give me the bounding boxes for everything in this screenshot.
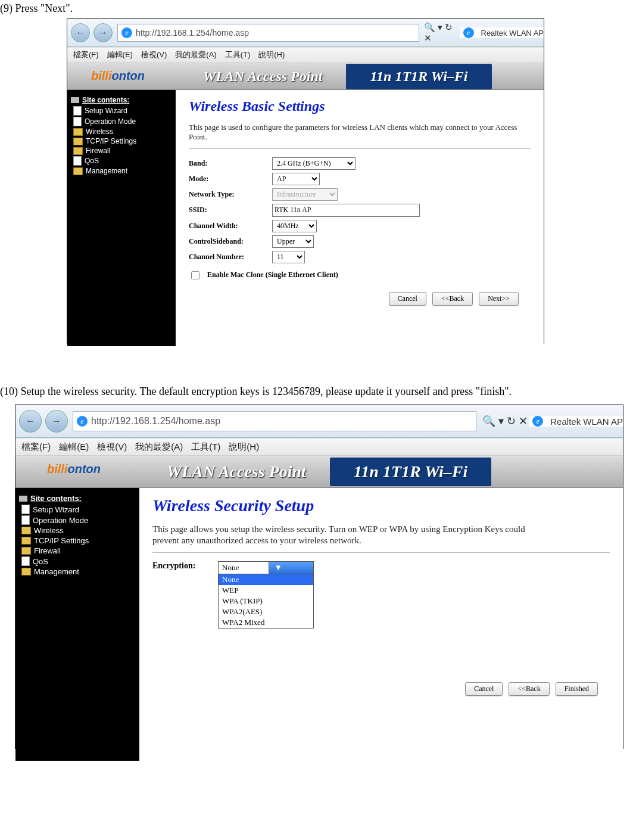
mac-clone-checkbox[interactable] [191, 271, 199, 279]
sidebar-item-operation-mode[interactable]: Operation Mode [71, 116, 172, 127]
sidebar-title: Site contents: [71, 96, 172, 104]
control-sideband-label: ControlSideband: [189, 237, 272, 246]
encryption-option[interactable]: None [219, 574, 313, 585]
control-sideband-select[interactable]: Upper [272, 235, 314, 248]
channel-number-select[interactable]: 11 [272, 251, 305, 263]
back-nav-icon[interactable]: ← [19, 410, 42, 433]
sidebar-tree: Setup Wizard Operation Mode Wireless TCP… [71, 105, 172, 176]
band-label: Band: [189, 159, 272, 168]
ie-icon: e [77, 416, 88, 427]
sidebar-item-wireless[interactable]: Wireless [71, 127, 172, 136]
sidebar-tree: Setup Wizard Operation Mode Wireless TCP… [19, 504, 136, 577]
sidebar-item-firewall[interactable]: Firewall [19, 546, 136, 556]
browser-toolbar-icons[interactable]: 🔍 ▾ ↻ ✕ [481, 415, 529, 428]
sidebar-item-firewall[interactable]: Firewall [71, 146, 172, 155]
encryption-select[interactable]: None▼ None WEP WPA (TKIP) WPA2(AES) WPA2… [218, 561, 314, 629]
mode-label: Mode: [189, 175, 272, 183]
page-banner: billionton WLAN Access Point 11n 1T1R Wi… [15, 456, 623, 488]
ie-icon: e [463, 27, 474, 38]
sidebar-item-tcpip[interactable]: TCP/IP Settings [71, 136, 172, 146]
network-type-select: Infrastructure [272, 188, 338, 201]
step-9-text: (9) Press "Next". [0, 0, 633, 16]
sidebar-item-operation-mode[interactable]: Operation Mode [19, 515, 136, 525]
sidebar-title: Site contents: [19, 494, 136, 503]
main-panel: Wireless Basic Settings This page is use… [176, 90, 544, 346]
sidebar: Site contents: Setup Wizard Operation Mo… [67, 90, 176, 346]
browser-address-bar: ← → ehttp://192.168.1.254/home.asp 🔍 ▾ ↻… [67, 19, 544, 47]
sidebar-item-management[interactable]: Management [19, 567, 136, 577]
screenshot-2: ← → ehttp://192.168.1.254/home.asp 🔍 ▾ ↻… [15, 405, 623, 749]
mac-clone-label: Enable Mac Clone (Single Ethernet Client… [207, 270, 338, 279]
channel-number-label: Channel Number: [189, 253, 272, 262]
back-nav-icon[interactable]: ← [71, 23, 90, 42]
channel-width-label: Channel Width: [189, 222, 272, 231]
browser-menu-bar[interactable]: 檔案(F)編輯(E)檢視(V)我的最愛(A)工具(T)說明(H) [67, 47, 544, 63]
chevron-down-icon[interactable]: ▼ [269, 562, 313, 574]
browser-menu-bar[interactable]: 檔案(F)編輯(E)檢視(V)我的最愛(A)工具(T)說明(H) [15, 438, 623, 456]
url-input[interactable]: ehttp://192.168.1.254/home.asp [117, 24, 419, 42]
page-description: This page allows you setup the wireless … [152, 524, 534, 546]
tab-title[interactable]: eRealtek WLAN AP [460, 27, 544, 38]
encryption-label: Encryption: [152, 561, 218, 571]
back-button[interactable]: <<Back [509, 682, 549, 696]
encryption-option[interactable]: WEP [219, 585, 313, 596]
page-description: This page is used to configure the param… [189, 123, 522, 142]
forward-nav-icon[interactable]: → [45, 410, 68, 433]
browser-address-bar: ← → ehttp://192.168.1.254/home.asp 🔍 ▾ ↻… [15, 405, 623, 438]
ie-icon: e [121, 27, 132, 38]
sidebar-item-management[interactable]: Management [71, 166, 172, 176]
mode-select[interactable]: AP [272, 173, 320, 185]
sidebar-item-qos[interactable]: QoS [71, 155, 172, 166]
brand-logo: billionton [91, 69, 145, 83]
encryption-option[interactable]: WPA (TKIP) [219, 596, 313, 606]
browser-toolbar-icons[interactable]: 🔍 ▾ ↻ ✕ [424, 22, 460, 43]
tab-title[interactable]: eRealtek WLAN AP [529, 416, 623, 427]
main-panel: Wireless Security Setup This page allows… [139, 488, 623, 761]
cancel-button[interactable]: Cancel [389, 292, 426, 306]
page-banner: billionton WLAN Access Point 11n 1T1R Wi… [67, 63, 544, 90]
channel-width-select[interactable]: 40MHz [272, 220, 317, 232]
forward-nav-icon[interactable]: → [93, 23, 113, 42]
encryption-options-list[interactable]: None WEP WPA (TKIP) WPA2(AES) WPA2 Mixed [219, 574, 313, 628]
sidebar: Site contents: Setup Wizard Operation Mo… [15, 488, 139, 761]
page-title: Wireless Basic Settings [189, 98, 531, 114]
encryption-option[interactable]: WPA2 Mixed [219, 617, 313, 628]
step-10-text: (10) Setup the wireless security. The de… [0, 379, 633, 402]
brand-logo: billionton [47, 462, 101, 476]
network-type-label: Network Type: [189, 190, 272, 199]
band-select[interactable]: 2.4 GHz (B+G+N) [272, 157, 356, 170]
sidebar-item-qos[interactable]: QoS [19, 556, 136, 567]
sidebar-item-setup-wizard[interactable]: Setup Wizard [19, 504, 136, 515]
sidebar-item-tcpip[interactable]: TCP/IP Settings [19, 536, 136, 546]
encryption-option[interactable]: WPA2(AES) [219, 606, 313, 617]
back-button[interactable]: <<Back [432, 292, 473, 306]
next-button[interactable]: Next>> [479, 292, 519, 306]
ie-icon: e [532, 416, 543, 427]
cancel-button[interactable]: Cancel [465, 682, 503, 696]
screenshot-1: ← → ehttp://192.168.1.254/home.asp 🔍 ▾ ↻… [67, 18, 544, 344]
sidebar-item-wireless[interactable]: Wireless [19, 525, 136, 536]
ssid-input[interactable] [272, 204, 420, 217]
sidebar-item-setup-wizard[interactable]: Setup Wizard [71, 105, 172, 116]
page-title: Wireless Security Setup [152, 496, 610, 515]
url-input[interactable]: ehttp://192.168.1.254/home.asp [73, 411, 476, 431]
ssid-label: SSID: [189, 206, 272, 214]
finished-button[interactable]: Finished [556, 682, 598, 696]
